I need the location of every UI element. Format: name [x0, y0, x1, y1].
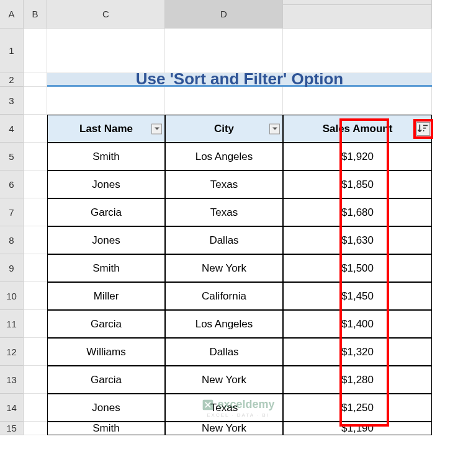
cell-last-name[interactable]: Williams: [47, 338, 165, 366]
dropdown-icon: [272, 126, 278, 132]
col-header-a[interactable]: A: [0, 0, 24, 29]
row-header-6[interactable]: 6: [0, 171, 24, 198]
cell-sales[interactable]: $1,850: [283, 171, 432, 198]
cell-d1[interactable]: [283, 29, 432, 73]
cell-last-name[interactable]: Smith: [47, 254, 165, 282]
cell-c1[interactable]: [165, 29, 283, 73]
cell-city[interactable]: Texas: [165, 171, 283, 198]
row-label: 9: [9, 263, 14, 273]
row-header-10[interactable]: 10: [0, 282, 24, 310]
col-header-c[interactable]: C: [47, 0, 165, 29]
header-sales-amount[interactable]: Sales Amount: [283, 115, 432, 143]
cell-a9[interactable]: [24, 254, 47, 282]
row-label: 6: [9, 179, 14, 190]
corner-cell[interactable]: [283, 0, 432, 5]
cell-sales[interactable]: $1,920: [283, 143, 432, 171]
row-label: 8: [9, 235, 14, 246]
row-label: 12: [6, 347, 17, 357]
cell-sales[interactable]: $1,500: [283, 254, 432, 282]
row-label: 13: [6, 374, 17, 385]
row-label: 10: [6, 291, 17, 301]
sort-button-sales[interactable]: [416, 122, 430, 136]
row-header-14[interactable]: 14: [0, 394, 24, 422]
row-header-12[interactable]: 12: [0, 338, 24, 366]
cell-last-name[interactable]: Jones: [47, 171, 165, 198]
cell-last-name[interactable]: Garcia: [47, 366, 165, 394]
cell-a8[interactable]: [24, 226, 47, 254]
cell-last-name[interactable]: Garcia: [47, 198, 165, 226]
cell-city[interactable]: Dallas: [165, 226, 283, 254]
cell-b3[interactable]: [47, 87, 165, 115]
header-label: City: [214, 123, 234, 135]
cell-sales[interactable]: $1,190: [283, 422, 432, 435]
filter-button-city[interactable]: [269, 123, 280, 134]
col-header-d[interactable]: D: [165, 0, 283, 29]
cell-last-name[interactable]: Miller: [47, 282, 165, 310]
row-label: 4: [9, 123, 14, 134]
cell-city[interactable]: Los Angeles: [165, 143, 283, 171]
cell-sales[interactable]: $1,250: [283, 394, 432, 422]
cell-b1[interactable]: [47, 29, 165, 73]
cell-a4[interactable]: [24, 115, 47, 143]
row-header-3[interactable]: 3: [0, 87, 24, 115]
cell-last-name[interactable]: Jones: [47, 394, 165, 422]
cell-city[interactable]: New York: [165, 422, 283, 435]
cell-a11[interactable]: [24, 310, 47, 338]
cell-last-name[interactable]: Jones: [47, 226, 165, 254]
cell-city[interactable]: California: [165, 282, 283, 310]
cell-sales[interactable]: $1,280: [283, 366, 432, 394]
cell-city[interactable]: Los Angeles: [165, 310, 283, 338]
cell-a7[interactable]: [24, 198, 47, 226]
row-header-11[interactable]: 11: [0, 310, 24, 338]
cell-sales[interactable]: $1,320: [283, 338, 432, 366]
row-label: 15: [6, 423, 17, 433]
cell-city[interactable]: New York: [165, 254, 283, 282]
cell-sales[interactable]: $1,680: [283, 198, 432, 226]
row-header-8[interactable]: 8: [0, 226, 24, 254]
header-last-name[interactable]: Last Name: [47, 115, 165, 143]
header-label: Last Name: [79, 123, 133, 135]
watermark: exceldemy EXCEL · DATA · BI: [201, 398, 274, 418]
cell-a1[interactable]: [24, 29, 47, 73]
cell-c3[interactable]: [165, 87, 283, 115]
col-header-b[interactable]: B: [24, 0, 47, 29]
spreadsheet-grid: A B C D 1 2 Use 'Sort and Filter' Option…: [0, 0, 476, 435]
cell-city[interactable]: Dallas: [165, 338, 283, 366]
cell-a2[interactable]: [24, 73, 47, 87]
col-label: C: [102, 9, 109, 19]
cell-a5[interactable]: [24, 143, 47, 171]
cell-d3[interactable]: [283, 87, 432, 115]
title-cell[interactable]: Use 'Sort and Filter' Option: [47, 73, 432, 87]
row-header-15[interactable]: 15: [0, 422, 24, 435]
select-all[interactable]: [283, 5, 432, 29]
cell-a15[interactable]: [24, 422, 47, 435]
row-header-4[interactable]: 4: [0, 115, 24, 143]
filter-button-last-name[interactable]: [151, 123, 162, 134]
row-header-5[interactable]: 5: [0, 143, 24, 171]
cell-sales[interactable]: $1,400: [283, 310, 432, 338]
header-label: Sales Amount: [323, 123, 393, 135]
cell-a3[interactable]: [24, 87, 47, 115]
row-header-13[interactable]: 13: [0, 366, 24, 394]
cell-a6[interactable]: [24, 171, 47, 198]
row-header-1[interactable]: 1: [0, 29, 24, 73]
cell-a10[interactable]: [24, 282, 47, 310]
row-header-7[interactable]: 7: [0, 198, 24, 226]
cell-last-name[interactable]: Garcia: [47, 310, 165, 338]
watermark-subtitle: EXCEL · DATA · BI: [207, 412, 269, 418]
header-city[interactable]: City: [165, 115, 283, 143]
cell-last-name[interactable]: Smith: [47, 143, 165, 171]
col-label: D: [220, 9, 227, 19]
cell-sales[interactable]: $1,450: [283, 282, 432, 310]
cell-sales[interactable]: $1,630: [283, 226, 432, 254]
cell-a12[interactable]: [24, 338, 47, 366]
cell-a14[interactable]: [24, 394, 47, 422]
cell-last-name[interactable]: Smith: [47, 422, 165, 435]
col-label: B: [32, 9, 38, 19]
cell-city[interactable]: New York: [165, 366, 283, 394]
sort-desc-icon: [417, 123, 429, 135]
row-header-9[interactable]: 9: [0, 254, 24, 282]
cell-city[interactable]: Texas: [165, 198, 283, 226]
row-header-2[interactable]: 2: [0, 73, 24, 87]
cell-a13[interactable]: [24, 366, 47, 394]
